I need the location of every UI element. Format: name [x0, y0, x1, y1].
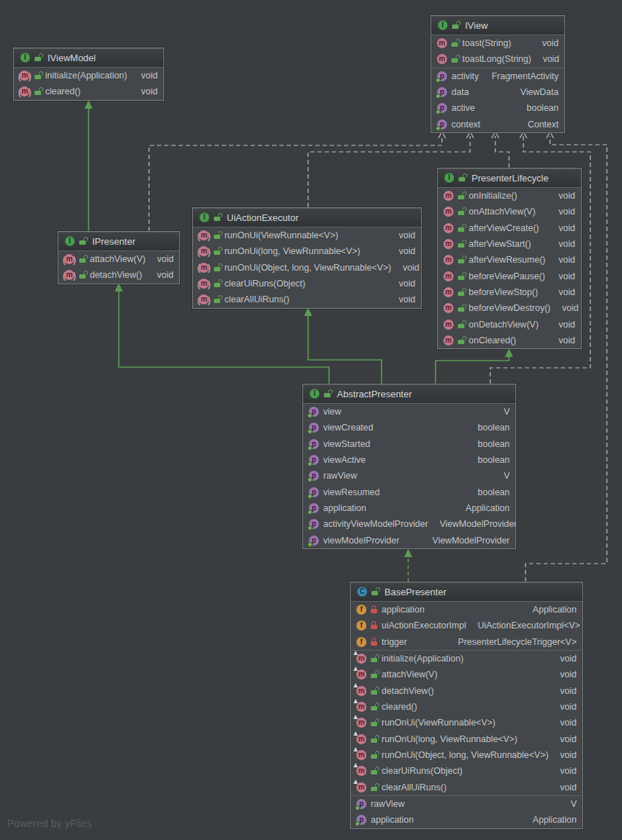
member-row[interactable]: pviewModelProviderViewModelProvider — [303, 533, 515, 548]
edge-extends-AbstractPresenter-PresenterLifecycle[interactable] — [436, 348, 513, 384]
member-name: onCleared() — [469, 335, 516, 346]
member-row[interactable]: (m)clearUiRuns(Object)void — [193, 276, 421, 292]
member-row[interactable]: (m)runOnUi(long, ViewRunnable<V>)void — [193, 243, 421, 259]
class-header-IView[interactable]: IIView — [431, 16, 564, 35]
member-row[interactable]: (m)clearAllUiRuns()void — [193, 292, 421, 307]
member-row[interactable]: mrunOnUi(Object, long, ViewRunnable<V>)v… — [351, 747, 582, 763]
member-row[interactable]: mclearUiRuns(Object)void — [351, 763, 582, 779]
member-row[interactable]: monCleared()void — [438, 333, 581, 348]
member-type: PresenterLifecycleTrigger<V> — [451, 637, 577, 647]
class-node-PresenterLifecycle[interactable]: IPresenterLifecyclemonInitialize()voidmo… — [437, 168, 582, 349]
member-name: clearAllUiRuns() — [382, 782, 446, 792]
member-row[interactable]: (m)detachView()void — [58, 267, 179, 283]
member-row[interactable]: papplicationApplication — [351, 812, 582, 828]
member-row[interactable]: mtoast(String)void — [431, 35, 564, 51]
member-row[interactable]: pdataViewData — [431, 84, 564, 100]
member-row[interactable]: pactiveboolean — [431, 100, 564, 116]
class-node-UiActionExecutor[interactable]: IUiActionExecutor(m)runOnUi(ViewRunnable… — [192, 207, 422, 309]
class-header-PresenterLifecycle[interactable]: IPresenterLifecycle — [438, 168, 581, 188]
class-header-AbstractPresenter[interactable]: IAbstractPresenter — [303, 384, 515, 404]
member-row[interactable]: mtoastLong(String)void — [431, 51, 564, 67]
member-row[interactable]: mdetachView()void — [351, 683, 582, 699]
class-header-BasePresenter[interactable]: CBasePresenter — [351, 582, 582, 602]
member-type: void — [536, 54, 559, 64]
member-name: runOnUi(ViewRunnable<V>) — [382, 718, 495, 728]
member-row[interactable]: monInitialize()void — [438, 188, 581, 204]
member-row[interactable]: monAttachView(V)void — [438, 204, 581, 220]
member-row[interactable]: fapplicationApplication — [351, 602, 582, 618]
member-name: trigger — [382, 637, 407, 647]
member-row[interactable]: pactivityViewModelProviderViewModelProvi… — [303, 516, 515, 532]
member-row[interactable]: mafterViewCreate()void — [438, 220, 581, 236]
public-lock-icon — [371, 770, 377, 774]
member-row[interactable]: mrunOnUi(ViewRunnable<V>)void — [351, 715, 582, 731]
public-lock-icon — [79, 258, 86, 263]
member-row[interactable]: pviewResumedboolean — [303, 484, 515, 500]
member-name: application — [371, 815, 414, 825]
class-title: BasePresenter — [384, 587, 446, 597]
class-node-AbstractPresenter[interactable]: IAbstractPresenterpviewVpviewCreatedbool… — [302, 384, 516, 549]
member-name: application — [382, 605, 425, 615]
edge-extends-IPresenter-IViewModel[interactable] — [85, 100, 93, 231]
class-title: IView — [465, 20, 488, 31]
class-header-IPresenter[interactable]: IIPresenter — [58, 232, 179, 251]
member-row[interactable]: mcleared()void — [351, 699, 582, 715]
private-lock-icon — [371, 641, 377, 646]
member-row[interactable]: papplicationApplication — [303, 500, 515, 516]
section-properties: pactivityFragmentActivitypdataViewDatapa… — [431, 68, 564, 132]
member-row[interactable]: (m)runOnUi(ViewRunnable<V>)void — [193, 227, 421, 243]
member-row[interactable]: prawViewV — [351, 796, 582, 812]
member-row[interactable]: (m)cleared()void — [14, 83, 163, 99]
class-node-IView[interactable]: IIViewmtoast(String)voidmtoastLong(Strin… — [431, 15, 565, 133]
field-icon: f — [356, 605, 366, 615]
class-header-IViewModel[interactable]: IIViewModel — [14, 48, 163, 68]
member-type: void — [553, 654, 577, 664]
class-node-BasePresenter[interactable]: CBasePresenterfapplicationApplicationfui… — [350, 582, 583, 829]
member-name: afterViewCreate() — [469, 223, 539, 233]
member-row[interactable]: pcontextContext — [431, 117, 564, 132]
member-row[interactable]: prawViewV — [303, 468, 515, 484]
member-row[interactable]: mbeforeViewDestroy()void — [438, 300, 581, 316]
member-type: void — [553, 766, 577, 776]
member-row[interactable]: ftriggerPresenterLifecycleTrigger<V> — [351, 634, 582, 650]
public-lock-icon — [324, 393, 330, 397]
member-name: toast(String) — [462, 38, 511, 48]
member-row[interactable]: mclearAllUiRuns()void — [351, 780, 582, 795]
member-row[interactable]: (m)attachView(V)void — [58, 251, 179, 267]
class-node-IPresenter[interactable]: IIPresenter(m)attachView(V)void(m)detach… — [58, 231, 180, 284]
member-row[interactable]: mbeforeViewStop()void — [438, 284, 581, 300]
member-row[interactable]: monDetachView(V)void — [438, 317, 581, 333]
member-row[interactable]: fuiActionExecutorImplUiActionExecutorImp… — [351, 618, 582, 633]
property-icon: p — [309, 519, 319, 529]
edge-extends-AbstractPresenter-UiActionExecutor[interactable] — [305, 307, 382, 384]
member-type: void — [553, 782, 577, 792]
member-row[interactable]: mattachView(V)void — [351, 667, 582, 682]
member-row[interactable]: (m)initialize(Application)void — [14, 68, 163, 83]
member-type: void — [134, 71, 158, 81]
member-row[interactable]: pviewActiveboolean — [303, 452, 515, 468]
member-row[interactable]: mbeforeViewPause()void — [438, 268, 581, 284]
member-name: beforeViewPause() — [469, 271, 545, 281]
member-row[interactable]: mrunOnUi(long, ViewRunnable<V>)void — [351, 731, 582, 747]
member-name: cleared() — [45, 86, 81, 96]
member-type: void — [392, 246, 415, 256]
public-lock-icon — [35, 91, 41, 95]
edge-implements-BasePresenter-AbstractPresenter[interactable] — [405, 548, 413, 582]
member-row[interactable]: pviewStartedboolean — [303, 436, 515, 452]
member-row[interactable]: pactivityFragmentActivity — [431, 68, 564, 84]
method-icon: m — [443, 223, 454, 233]
member-row[interactable]: mafterViewStart()void — [438, 236, 581, 252]
member-row[interactable]: (m)runOnUi(Object, long, ViewRunnable<V>… — [193, 260, 421, 276]
abstract-method-icon: (m) — [64, 270, 75, 280]
method-icon: m — [443, 271, 454, 281]
member-row[interactable]: minitialize(Application)void — [351, 651, 582, 667]
member-row[interactable]: pviewCreatedboolean — [303, 420, 515, 435]
class-header-UiActionExecutor[interactable]: IUiActionExecutor — [193, 208, 421, 227]
member-row[interactable]: pviewV — [303, 404, 515, 420]
member-row[interactable]: mafterViewResume()void — [438, 252, 581, 268]
uml-diagram-canvas[interactable]: IIViewModel(m)initialize(Application)voi… — [0, 0, 622, 840]
abstract-method-icon: (m) — [199, 230, 209, 240]
class-node-IViewModel[interactable]: IIViewModel(m)initialize(Application)voi… — [13, 48, 164, 101]
member-type: void — [553, 750, 577, 760]
edge-dependency-PresenterLifecycle-IView[interactable] — [492, 132, 509, 168]
